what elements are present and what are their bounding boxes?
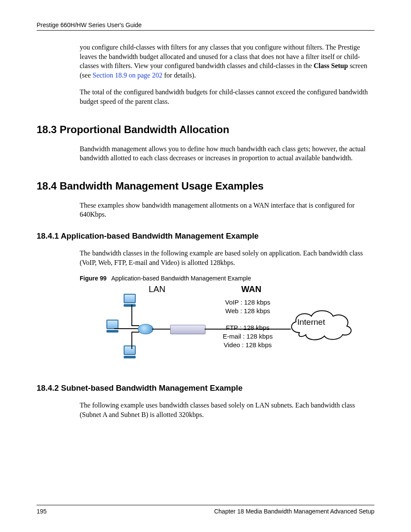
bold-text: Class Setup [314, 62, 348, 69]
computer-icon [106, 320, 119, 333]
figure-number: Figure 99 [80, 275, 106, 282]
computer-icon [123, 294, 137, 307]
section-heading-18-4: 18.4 Bandwidth Management Usage Examples [37, 180, 374, 192]
page-number: 195 [37, 508, 47, 515]
paragraph: The total of the configured bandwidth bu… [37, 87, 374, 106]
page-footer: 195 Chapter 18 Media Bandwidth Managemen… [37, 505, 374, 515]
header-title: Prestige 660H/HW Series User's Guide [37, 22, 142, 28]
paragraph: These examples show bandwidth management… [37, 201, 374, 219]
cross-reference-link[interactable]: Section 18.9 on page 202 [93, 72, 162, 79]
section-heading-18-4-2: 18.4.2 Subnet-based Bandwidth Management… [37, 383, 374, 393]
line [131, 332, 132, 349]
figure-99: LAN WAN VoIP : 128 kbps Web : 128 kbps F… [37, 285, 374, 371]
section-heading-18-3: 18.3 Proportional Bandwidth Allocation [37, 124, 374, 136]
line [152, 329, 170, 330]
bw-item: Video : 128 kbps [218, 341, 278, 349]
line [131, 325, 139, 326]
line [114, 328, 138, 329]
network-diagram: LAN WAN VoIP : 128 kbps Web : 128 kbps F… [114, 285, 373, 371]
paragraph: Bandwidth management allows you to defin… [37, 144, 374, 163]
paragraph: The following example uses bandwidth cla… [37, 401, 374, 419]
paragraph: The bandwidth classes in the following e… [37, 249, 374, 267]
paragraph: you configure child-classes with filters… [37, 43, 374, 80]
bw-item: E-mail : 128 kbps [218, 332, 278, 341]
line [131, 305, 132, 325]
figure-title: Application-based Bandwidth Management E… [111, 275, 251, 282]
text: for details). [162, 72, 196, 79]
page-header: Prestige 660H/HW Series User's Guide [37, 22, 374, 31]
bw-item: Web : 128 kbps [218, 307, 278, 315]
hub-icon [138, 324, 153, 334]
router-icon [170, 325, 206, 334]
bw-item: FTP : 128 kbps [218, 324, 278, 332]
internet-label: Internet [297, 317, 325, 327]
chapter-label: Chapter 18 Media Bandwidth Management Ad… [214, 508, 374, 515]
figure-caption: Figure 99 Application-based Bandwidth Ma… [37, 275, 374, 282]
bandwidth-list: VoIP : 128 kbps Web : 128 kbps FTP : 128… [218, 298, 278, 349]
lan-label: LAN [149, 284, 165, 294]
section-heading-18-4-1: 18.4.1 Application-based Bandwidth Manag… [37, 231, 374, 241]
bw-item: VoIP : 128 kbps [218, 298, 278, 307]
computer-icon [123, 345, 137, 358]
line [131, 332, 139, 333]
wan-label: WAN [241, 284, 262, 294]
